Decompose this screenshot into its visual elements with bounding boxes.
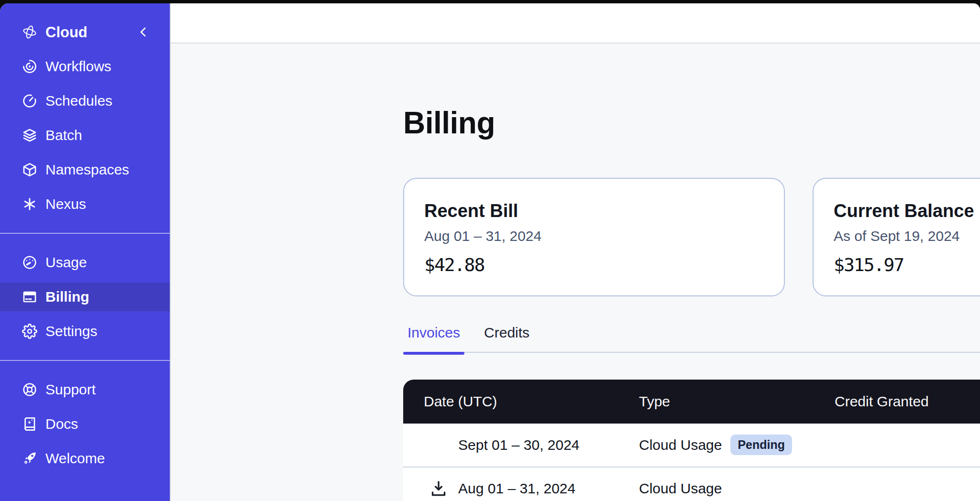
sidebar-brand-label: Cloud [45, 25, 88, 40]
page-title: Billing [403, 105, 980, 142]
sidebar-item-welcome[interactable]: Welcome [0, 444, 170, 473]
sidebar-divider [0, 360, 170, 361]
sidebar-item-label: Batch [45, 128, 82, 142]
billing-card-icon [22, 289, 37, 305]
sidebar-item-label: Schedules [45, 94, 112, 108]
billing-tabs: Invoices Credits [403, 324, 980, 353]
sidebar-item-support[interactable]: Support [0, 375, 170, 404]
workflows-spiral-icon [22, 59, 37, 74]
schedules-timer-icon [22, 93, 37, 109]
sidebar-item-label: Workflows [45, 59, 111, 74]
invoice-date-cell: Sept 01 – 30, 2024 [403, 437, 639, 453]
sidebar-item-label: Support [45, 382, 96, 397]
sidebar-item-label: Settings [45, 324, 97, 338]
recent-bill-card: Recent Bill Aug 01 – 31, 2024 $42.88 [403, 178, 785, 296]
summary-cards: Recent Bill Aug 01 – 31, 2024 $42.88 Cur… [403, 178, 980, 296]
status-badge: Pending [730, 435, 792, 455]
table-row: Aug 01 – 31, 2024 Cloud Usage [403, 467, 980, 501]
top-bar [171, 3, 980, 44]
invoice-date-cell: Aug 01 – 31, 2024 [403, 479, 639, 498]
batch-layers-icon [22, 128, 37, 143]
sidebar-item-usage[interactable]: Usage [0, 248, 170, 277]
card-amount: $315.97 [834, 254, 980, 276]
sidebar-divider [0, 233, 170, 234]
sidebar-brand-cloud[interactable]: Cloud [0, 18, 170, 46]
billing-page: Billing Recent Bill Aug 01 – 31, 2024 $4… [403, 44, 980, 501]
sidebar-item-label: Billing [45, 290, 89, 304]
nexus-asterisk-icon [22, 196, 37, 212]
sidebar-item-schedules[interactable]: Schedules [0, 87, 170, 115]
column-header-date: Date (UTC) [403, 393, 639, 410]
table-row: Sept 01 – 30, 2024 Cloud Usage Pending [403, 424, 980, 467]
current-balance-card: Current Balance As of Sept 19, 2024 $315… [813, 178, 980, 296]
sidebar-item-nexus[interactable]: Nexus [0, 190, 170, 218]
sidebar-item-namespaces[interactable]: Namespaces [0, 155, 170, 184]
download-invoice-icon[interactable] [429, 479, 448, 498]
sidebar: Cloud Workflows Schedule [0, 3, 171, 501]
sidebar-item-label: Nexus [45, 197, 86, 211]
invoice-type-cell: Cloud Usage Pending [639, 435, 835, 455]
card-subtitle: As of Sept 19, 2024 [834, 228, 980, 245]
main-area: Billing Recent Bill Aug 01 – 31, 2024 $4… [171, 3, 980, 501]
sidebar-item-docs[interactable]: Docs [0, 410, 170, 438]
invoices-table: Date (UTC) Type Credit Granted Sept 01 –… [403, 380, 980, 501]
invoice-date: Aug 01 – 31, 2024 [458, 480, 575, 497]
card-title: Recent Bill [424, 201, 764, 222]
sidebar-item-label: Welcome [45, 451, 105, 466]
welcome-rocket-icon [22, 451, 37, 466]
collapse-sidebar-icon[interactable] [136, 25, 151, 39]
orbit-icon [22, 24, 37, 40]
card-subtitle: Aug 01 – 31, 2024 [424, 228, 764, 245]
sidebar-item-label: Docs [45, 417, 78, 431]
usage-gauge-icon [22, 255, 37, 270]
column-header-credit-granted: Credit Granted [835, 393, 980, 410]
card-amount: $42.88 [424, 254, 764, 276]
card-title: Current Balance [834, 201, 980, 222]
content-area: Billing Recent Bill Aug 01 – 31, 2024 $4… [171, 44, 980, 501]
sidebar-item-label: Usage [45, 255, 87, 270]
docs-book-icon [22, 416, 37, 432]
sidebar-item-settings[interactable]: Settings [0, 317, 170, 346]
sidebar-item-batch[interactable]: Batch [0, 121, 170, 150]
support-lifebuoy-icon [22, 382, 37, 397]
invoice-type: Cloud Usage [639, 437, 722, 453]
tab-invoices[interactable]: Invoices [403, 324, 464, 352]
invoice-type: Cloud Usage [639, 480, 722, 497]
invoice-date: Sept 01 – 30, 2024 [458, 437, 580, 453]
sidebar-item-label: Namespaces [45, 163, 129, 177]
settings-gear-icon [22, 324, 37, 339]
app-window: Cloud Workflows Schedule [0, 3, 980, 501]
sidebar-item-workflows[interactable]: Workflows [0, 52, 170, 81]
invoice-type-cell: Cloud Usage [639, 480, 835, 497]
sidebar-item-billing[interactable]: Billing [0, 283, 170, 311]
namespaces-cube-icon [22, 162, 37, 177]
table-header-row: Date (UTC) Type Credit Granted [403, 380, 980, 424]
column-header-type: Type [639, 393, 835, 410]
tab-credits[interactable]: Credits [480, 324, 534, 352]
